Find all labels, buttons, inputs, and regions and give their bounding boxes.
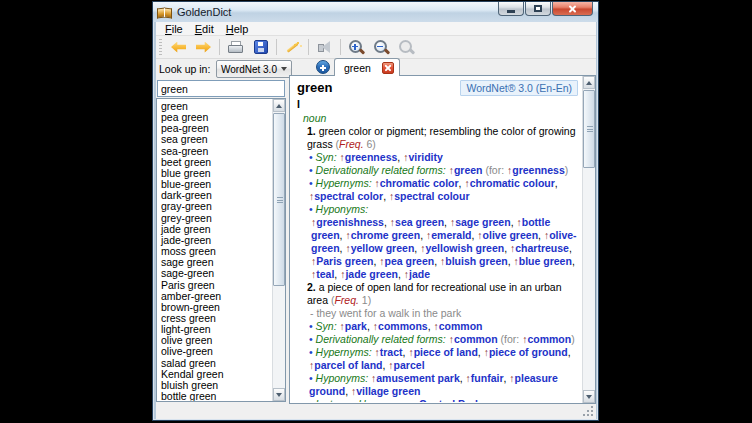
article-scrollbar[interactable] — [582, 76, 595, 403]
scrollbar-thumb[interactable] — [583, 90, 595, 168]
scrollbar-thumb[interactable] — [273, 113, 285, 286]
list-item[interactable]: sea green — [161, 134, 272, 145]
article-text: Hypernyms: — [316, 346, 372, 358]
article-link[interactable]: spectral colour — [394, 190, 469, 202]
scroll-down-button[interactable] — [583, 390, 595, 403]
article-link[interactable]: blue green — [519, 255, 572, 267]
article-text: I — [297, 98, 300, 110]
article-link[interactable]: chrome green — [351, 229, 420, 241]
article-text: • — [309, 177, 316, 189]
article-text: Freq. — [339, 138, 364, 150]
article-link[interactable]: common — [454, 333, 498, 345]
toolbar-handle[interactable] — [159, 39, 162, 55]
article-link[interactable]: bluish green — [445, 255, 507, 267]
article-link[interactable]: sage green — [455, 216, 510, 228]
zoom-out-icon — [374, 40, 390, 54]
toolbar-buttons — [166, 37, 419, 57]
article-link[interactable]: Central Park — [419, 398, 481, 402]
article-text: • — [309, 398, 316, 402]
title-bar[interactable]: GoldenDict — [153, 2, 598, 22]
article-link[interactable]: commons — [378, 320, 428, 332]
article-link[interactable]: chartreuse — [515, 242, 569, 254]
article-link[interactable]: Paris green — [316, 255, 373, 267]
zoom-reset-icon — [399, 40, 415, 54]
list-item[interactable]: olive-green — [161, 346, 272, 357]
article-link[interactable]: tract — [380, 346, 403, 358]
article-link[interactable]: parcel — [394, 359, 425, 371]
article-text: Syn: — [316, 151, 337, 163]
search-input[interactable] — [157, 80, 285, 97]
tab-green[interactable]: green — [334, 58, 400, 76]
article-link[interactable]: jade green — [345, 268, 398, 280]
scroll-up-button[interactable] — [273, 99, 285, 112]
forward-button[interactable] — [191, 37, 216, 57]
article-link[interactable]: pea green — [385, 255, 435, 267]
article-link[interactable]: amusement park — [376, 372, 459, 384]
print-button[interactable] — [223, 37, 248, 57]
wand-button[interactable] — [280, 37, 305, 57]
article-link[interactable]: piece of land — [414, 346, 478, 358]
article-text: , — [569, 242, 572, 254]
article-link[interactable]: village green — [356, 385, 420, 397]
article-text: • — [309, 151, 316, 163]
article-block: - they went for a walk in the park — [310, 307, 579, 320]
article-link[interactable]: teal — [316, 268, 334, 280]
article-pane: green Inoun1. green color or pigment; re… — [289, 75, 596, 404]
word-list-panel: greenpea greenpea-greensea greensea-gree… — [156, 98, 286, 402]
toolbar — [156, 36, 596, 59]
new-tab-button[interactable] — [316, 60, 330, 74]
article-link[interactable]: parcel of land — [314, 359, 382, 371]
article-link[interactable]: piece of ground — [489, 346, 568, 358]
article-link[interactable]: chromatic colour — [470, 177, 555, 189]
forward-icon — [196, 42, 211, 53]
article-link[interactable]: yellowish green — [425, 242, 504, 254]
sound-button[interactable] — [312, 37, 337, 57]
dictionary-select[interactable]: WordNet 3.0 — [216, 60, 292, 78]
close-button[interactable] — [552, 2, 593, 16]
dictionary-badge[interactable]: WordNet® 3.0 (En-En) — [460, 80, 578, 96]
article-block: • Derivationally related forms: ↑green (… — [309, 164, 579, 177]
list-item[interactable]: sage-green — [161, 268, 272, 279]
tab-close-button[interactable] — [382, 62, 394, 74]
article-link[interactable]: green — [454, 164, 483, 176]
article-link[interactable]: greenness — [512, 164, 565, 176]
article-link[interactable]: yellow green — [351, 242, 415, 254]
article-link[interactable]: common — [439, 320, 483, 332]
list-item[interactable]: bottle green — [161, 391, 272, 402]
scroll-up-button[interactable] — [583, 76, 595, 89]
article-link[interactable]: common — [527, 333, 571, 345]
scroll-down-button[interactable] — [273, 388, 285, 401]
zoom-out-button[interactable] — [369, 37, 394, 57]
lookup-label: Look up in: — [159, 63, 210, 75]
article-text: • — [309, 372, 316, 384]
list-item[interactable]: Paris green — [161, 280, 272, 291]
article-link[interactable]: park — [345, 320, 367, 332]
article-link[interactable]: funfair — [471, 372, 504, 384]
save-button[interactable] — [248, 37, 273, 57]
article-block: • Derivationally related forms: ↑common … — [309, 333, 579, 346]
zoom-in-button[interactable] — [344, 37, 369, 57]
menu-file[interactable]: File — [159, 23, 189, 35]
article-text: 1) — [359, 294, 371, 306]
article-link[interactable]: spectral color — [314, 190, 383, 202]
toolbar-separator — [340, 39, 341, 55]
article-link[interactable]: greenishness — [316, 216, 384, 228]
article-text: Syn: — [316, 320, 337, 332]
article-link[interactable]: chromatic color — [380, 177, 459, 189]
list-item[interactable]: gray-green — [161, 201, 272, 212]
maximize-button[interactable] — [525, 2, 551, 16]
app-window: GoldenDict FileEditHelp Look up in: Word… — [152, 1, 599, 421]
back-button[interactable] — [166, 37, 191, 57]
article-link[interactable]: emerald — [431, 229, 471, 241]
article-link[interactable]: viridity — [408, 151, 442, 163]
minimize-button[interactable] — [498, 2, 524, 16]
article-link[interactable]: greenness — [345, 151, 398, 163]
article-link[interactable]: sea green — [395, 216, 444, 228]
menu-help[interactable]: Help — [220, 23, 255, 35]
menu-edit[interactable]: Edit — [189, 23, 220, 35]
resize-grip[interactable] — [583, 406, 593, 416]
wordlist-scrollbar[interactable] — [272, 99, 285, 401]
article-text: Hyponyms: — [316, 203, 369, 215]
article-link[interactable]: jade — [409, 268, 430, 280]
article-link[interactable]: olive green — [483, 229, 538, 241]
